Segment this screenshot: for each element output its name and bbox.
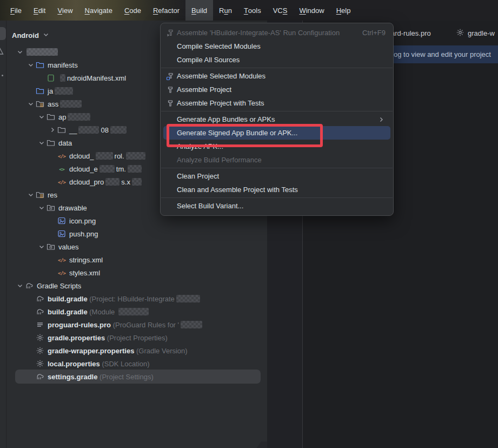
hammer-icon [165, 99, 176, 108]
tree-item-strings-xml[interactable]: </>strings.xml [6, 253, 267, 266]
icon-spacer [165, 115, 176, 124]
menubar-item-help[interactable]: Help [330, 0, 357, 21]
menu-item-select-build-variant[interactable]: Select Build Variant... [161, 199, 393, 213]
tree-item-build-gradle-project[interactable]: build.gradle (Project: HBuilder-Integrat… [6, 292, 267, 305]
menubar-item-navigate[interactable]: Navigate [79, 0, 118, 21]
tree-item-local-properties[interactable]: local.properties (SDK Location) [6, 357, 267, 370]
menu-item-assemble-project-with-tests[interactable]: Assemble Project with Tests [161, 96, 393, 110]
menubar-item-refactor[interactable]: Refactor [147, 0, 185, 21]
tree-item-label: values [58, 243, 79, 251]
folder-blue-icon [36, 61, 44, 69]
chevron-down-icon [42, 30, 50, 41]
tree-item-label: strings.xml [69, 256, 103, 264]
manifest-icon [47, 74, 55, 82]
folder-icon [47, 113, 55, 121]
censored-text [118, 308, 149, 315]
menubar-item-build[interactable]: Build [185, 0, 213, 21]
censored-text [126, 152, 145, 160]
menubar-item-window[interactable]: Window [293, 0, 330, 21]
menu-item-assemble-selected-modules[interactable]: Assemble Selected Modules [161, 69, 393, 83]
menubar-item-tools[interactable]: Tools [238, 0, 267, 21]
menu-item-assemble-hbuilder-integrate-as-run-configuration[interactable]: Assemble 'HBuilder-Integrate-AS' Run Con… [161, 26, 393, 39]
submenu-arrow-icon [377, 115, 386, 124]
menu-bar: FileEditViewNavigateCodeRefactorBuildRun… [0, 0, 498, 21]
folder-assets-icon [36, 190, 44, 199]
tab-proguard-rules[interactable]: ard-rules.pro [391, 21, 431, 45]
build-menu-popup: Assemble 'HBuilder-Integrate-AS' Run Con… [160, 23, 394, 216]
tree-item-values[interactable]: values [6, 240, 267, 253]
menu-item-clean-project[interactable]: Clean Project [161, 169, 393, 183]
xml-icon: </> [57, 151, 66, 160]
tree-item-icon-png[interactable]: icon.png [6, 214, 267, 227]
menu-item-clean-and-assemble-project-with-tests[interactable]: Clean and Assemble Project with Tests [161, 183, 393, 196]
tool-window-strip [0, 21, 6, 448]
tree-item-label: dcloud_etm. [69, 165, 143, 173]
tab-label: gradle-w [468, 29, 495, 37]
tree-item-gradle-properties[interactable]: gradle.properties (Project Properties) [6, 331, 267, 344]
tree-item-label: res [48, 191, 57, 199]
hammer-module-icon [165, 72, 176, 81]
hammer-icon [165, 85, 176, 94]
tree-item-label: build.gradle (Project: HBuilder-Integrat… [48, 295, 202, 303]
censored-text [176, 295, 200, 302]
chevron-spacer [48, 164, 57, 173]
chevron-down-icon[interactable] [37, 113, 47, 121]
menu-item-analyze-build-performance[interactable]: Analyze Build Performance [161, 153, 393, 167]
menubar-item-vcs[interactable]: VCS [267, 0, 294, 21]
menu-item-compile-selected-modules[interactable]: Compile Selected Modules [161, 39, 393, 53]
tree-item-styles-xml[interactable]: </>styles.xml [6, 266, 267, 279]
chevron-down-icon[interactable] [26, 190, 36, 199]
tree-item-build-gradle-module[interactable]: build.gradle (Module [6, 305, 267, 318]
tree-item-label: ass [48, 100, 83, 108]
more-tool-icon[interactable] [2, 75, 3, 76]
tree-item-label: ja [48, 87, 75, 95]
tree-item-gradle-wrapper-properties[interactable]: gradle-wrapper.properties (Gradle Versio… [6, 344, 267, 357]
menubar-item-file[interactable]: File [4, 0, 28, 21]
chevron-down-icon[interactable] [37, 203, 47, 212]
menubar-item-run[interactable]: Run [213, 0, 238, 21]
tree-item-proguard-rules-pro[interactable]: proguard-rules.pro (ProGuard Rules for ' [6, 318, 267, 331]
icon-spacer [165, 186, 176, 194]
tree-item-label: drawable [58, 204, 87, 212]
chevron-down-icon[interactable] [15, 48, 25, 56]
tab-gradle-wrapper[interactable]: gradle-w [456, 21, 495, 45]
chevron-down-icon[interactable] [15, 281, 25, 290]
menu-item-assemble-project[interactable]: Assemble Project [161, 83, 393, 96]
chevron-down-icon[interactable] [26, 100, 36, 108]
chevron-down-icon[interactable] [37, 242, 47, 251]
menu-item-label: Generate App Bundles or APKs [177, 115, 275, 123]
chevron-spacer [48, 216, 57, 225]
censored-text [128, 165, 142, 173]
tree-item-gradle-scripts[interactable]: Gradle Scripts [6, 279, 267, 292]
chevron-right-icon[interactable] [48, 126, 57, 134]
chevron-down-icon[interactable] [37, 139, 47, 147]
tree-item-push-png[interactable]: push.png [6, 227, 267, 240]
tree-item-label: dcloud_rol. [69, 152, 147, 160]
tree-item-label: build.gradle (Module [48, 308, 150, 316]
banner-text: og to view and edit your project [394, 45, 491, 63]
chevron-down-icon[interactable] [26, 61, 36, 69]
folder-icon [57, 126, 66, 134]
menubar-item-code[interactable]: Code [118, 0, 147, 21]
menu-item-compile-all-sources[interactable]: Compile All Sources [161, 53, 393, 67]
tree-item-label: push.png [69, 230, 98, 238]
menubar-item-view[interactable]: View [51, 0, 78, 21]
xml-icon: </> [57, 177, 66, 186]
menubar-item-edit[interactable]: Edit [28, 0, 51, 21]
commit-tool-icon[interactable] [0, 48, 4, 57]
annotation-highlight-box [167, 124, 323, 147]
chevron-spacer [26, 333, 36, 342]
tree-item-label: local.properties (SDK Location) [48, 360, 150, 368]
tree-item-settings-gradle[interactable]: settings.gradle (Project Settings) [6, 370, 267, 383]
project-tool-button[interactable] [0, 27, 6, 40]
tree-item-label: __08 [69, 126, 128, 134]
project-view-selector[interactable]: Android [12, 31, 39, 39]
xml-icon: </> [57, 268, 66, 277]
tree-item-label: gradle.properties (Project Properties) [48, 334, 168, 342]
censored-text [68, 113, 90, 121]
xml-icon: </> [57, 255, 66, 264]
menu-separator [161, 68, 393, 68]
censored-text [110, 126, 127, 134]
censored-text [99, 165, 115, 173]
tree-item-label: data [58, 139, 72, 147]
